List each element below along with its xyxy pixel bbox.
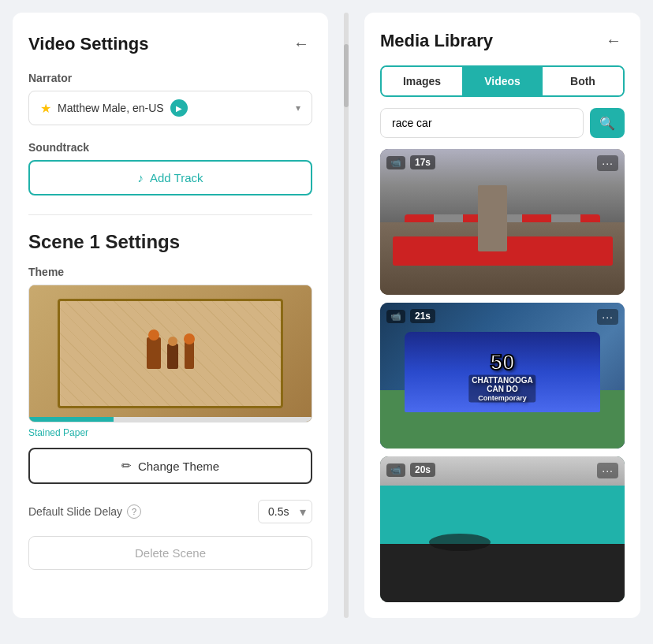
media-badge-row-2: 📹 21s bbox=[386, 309, 435, 323]
media-item[interactable]: 50 CHATTANOOGACAN DOContemporary 📹 21s ·… bbox=[380, 303, 625, 449]
theme-section: Theme Stained Paper ✏ bbox=[28, 266, 312, 484]
right-panel: Media Library ← Images Videos Both 🔍 bbox=[364, 13, 640, 618]
video-icon-badge-1: 📹 bbox=[386, 156, 405, 169]
scroll-divider bbox=[344, 13, 349, 618]
duration-badge-3: 20s bbox=[410, 463, 435, 477]
search-button[interactable]: 🔍 bbox=[590, 108, 625, 138]
narrator-label: Narrator bbox=[28, 72, 312, 84]
media-item[interactable]: 📹 20s ··· bbox=[380, 456, 625, 602]
narrator-value: Matthew Male, en-US bbox=[58, 102, 164, 114]
delay-select[interactable]: 0.5s 1s 2s 3s 5s bbox=[258, 500, 312, 523]
search-row: 🔍 bbox=[380, 108, 625, 138]
change-theme-button[interactable]: ✏ Change Theme bbox=[28, 448, 312, 484]
duration-badge-2: 21s bbox=[410, 309, 435, 323]
left-panel: Video Settings ← Narrator ★ Matthew Male… bbox=[13, 13, 328, 618]
right-panel-title: Media Library bbox=[380, 31, 493, 51]
theme-preview bbox=[28, 285, 312, 423]
delete-scene-button[interactable]: Delete Scene bbox=[28, 536, 312, 570]
soundtrack-section: Soundtrack ♪ Add Track bbox=[28, 141, 312, 195]
camera-icon-2: 📹 bbox=[390, 311, 401, 322]
theme-label: Theme bbox=[28, 266, 312, 278]
tab-images[interactable]: Images bbox=[382, 67, 462, 95]
video-icon-badge-3: 📹 bbox=[386, 463, 405, 477]
brush-icon: ✏ bbox=[121, 459, 132, 473]
scene-settings-title: Scene 1 Settings bbox=[28, 231, 312, 253]
narrator-select[interactable]: ★ Matthew Male, en-US ▶ ▾ bbox=[28, 91, 312, 125]
change-theme-label: Change Theme bbox=[138, 460, 219, 473]
delay-select-wrap: 0.5s 1s 2s 3s 5s bbox=[258, 500, 312, 523]
soundtrack-label: Soundtrack bbox=[28, 141, 312, 154]
media-tabs: Images Videos Both bbox=[380, 65, 625, 97]
help-icon[interactable]: ? bbox=[127, 504, 141, 519]
add-track-label: Add Track bbox=[150, 171, 203, 184]
scroll-thumb[interactable] bbox=[344, 44, 349, 107]
add-track-button[interactable]: ♪ Add Track bbox=[28, 160, 312, 195]
right-panel-header: Media Library ← bbox=[380, 28, 625, 53]
left-back-button[interactable]: ← bbox=[290, 32, 312, 56]
slide-delay-label: Default Slide Delay bbox=[28, 505, 122, 518]
tab-videos[interactable]: Videos bbox=[462, 67, 543, 95]
more-button-2[interactable]: ··· bbox=[597, 309, 618, 325]
media-badge-row-3: 📹 20s bbox=[386, 463, 435, 477]
theme-preview-bar bbox=[29, 417, 312, 422]
left-panel-title: Video Settings bbox=[28, 34, 148, 54]
theme-name: Stained Paper bbox=[28, 427, 312, 438]
search-icon: 🔍 bbox=[599, 116, 615, 131]
more-button-3[interactable]: ··· bbox=[597, 463, 618, 478]
star-icon: ★ bbox=[40, 101, 51, 116]
duration-badge-1: 17s bbox=[410, 155, 435, 169]
media-grid: 📹 17s ··· 50 CHATTANOOGACAN DOContempora… bbox=[380, 149, 625, 602]
search-input[interactable] bbox=[380, 108, 584, 138]
media-badge-row-1: 📹 17s bbox=[386, 155, 435, 169]
tab-both[interactable]: Both bbox=[543, 67, 623, 95]
play-icon[interactable]: ▶ bbox=[170, 99, 188, 117]
chevron-down-icon: ▾ bbox=[296, 102, 300, 114]
media-item[interactable]: 📹 17s ··· bbox=[380, 149, 625, 295]
music-icon: ♪ bbox=[137, 171, 144, 184]
camera-icon: 📹 bbox=[390, 158, 401, 168]
left-panel-header: Video Settings ← bbox=[28, 32, 312, 56]
medieval-art-decoration bbox=[58, 299, 283, 408]
right-back-button[interactable]: ← bbox=[603, 28, 625, 53]
video-icon-badge-2: 📹 bbox=[386, 310, 405, 323]
camera-icon-3: 📹 bbox=[390, 465, 401, 475]
slide-delay-row: Default Slide Delay ? 0.5s 1s 2s 3s 5s bbox=[28, 500, 312, 523]
divider bbox=[28, 214, 312, 215]
more-button-1[interactable]: ··· bbox=[597, 155, 618, 171]
